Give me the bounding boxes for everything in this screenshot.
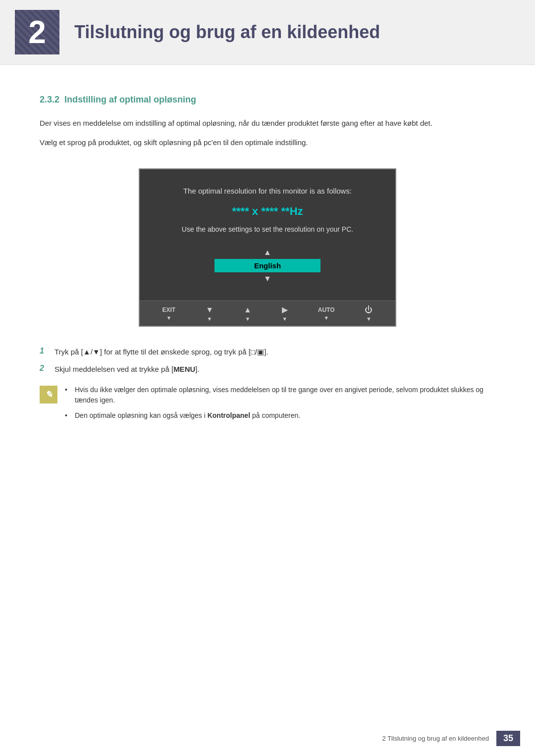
step-1-text: Tryk på [▲/▼] for at flytte til det ønsk… xyxy=(54,347,268,358)
chapter-number: 2 xyxy=(28,14,46,50)
footer-chapter-text: 2 Tilslutning og brug af en kildeenhed xyxy=(382,735,489,742)
btn-auto[interactable]: AUTO ▼ xyxy=(318,306,335,321)
pencil-icon: ✎ xyxy=(45,389,53,400)
dialog-resolution: **** x **** **Hz xyxy=(155,205,380,218)
btn-right-arrow: ▼ xyxy=(282,316,287,322)
power-icon: ⏻ xyxy=(365,305,373,314)
btn-right-icon: ▶ xyxy=(282,305,288,314)
btn-down[interactable]: ▼ ▼ xyxy=(206,305,214,322)
paragraph-1: Der vises en meddelelse om indstilling a… xyxy=(40,117,495,129)
btn-exit[interactable]: EXIT ▼ xyxy=(162,306,175,321)
btn-auto-label: AUTO xyxy=(318,306,335,313)
step-2: 2 Skjul meddelelsen ved at trykke på [ME… xyxy=(40,364,495,375)
btn-power[interactable]: ⏻ ▼ xyxy=(365,305,373,322)
step-1: 1 Tryk på [▲/▼] for at flytte til det øn… xyxy=(40,347,495,358)
note-bullets: • Hvis du ikke vælger den optimale opløs… xyxy=(65,385,495,426)
chapter-title: Tilslutning og brug af en kildeenhed xyxy=(74,22,380,43)
page-footer: 2 Tilslutning og brug af en kildeenhed 3… xyxy=(382,731,520,746)
btn-down-icon: ▼ xyxy=(206,305,214,314)
step-2-text: Skjul meddelelsen ved at trykke på [MENU… xyxy=(54,364,200,375)
dialog-text-main: The optimal resolution for this monitor … xyxy=(155,187,380,195)
language-selected-item[interactable]: English xyxy=(214,259,321,272)
steps-list: 1 Tryk på [▲/▼] for at flytte til det øn… xyxy=(40,347,495,375)
chapter-header: 2 Tilslutning og brug af en kildeenhed xyxy=(0,0,535,65)
section-title: 2.3.2 Indstilling af optimal opløsning xyxy=(40,95,495,105)
bullet-dot-1: • xyxy=(65,385,75,395)
btn-exit-label: EXIT xyxy=(162,306,175,313)
monitor-dialog: The optimal resolution for this monitor … xyxy=(139,168,396,327)
step-1-number: 1 xyxy=(40,347,54,355)
paragraph-2: Vælg et sprog på produktet, og skift opl… xyxy=(40,137,495,149)
dialog-text-sub: Use the above settings to set the resolu… xyxy=(155,225,380,233)
btn-up-arrow: ▼ xyxy=(245,316,250,322)
page-number: 35 xyxy=(496,731,520,746)
note-icon: ✎ xyxy=(40,386,57,403)
chapter-number-box: 2 xyxy=(15,10,59,54)
main-content: 2.3.2 Indstilling af optimal opløsning D… xyxy=(0,65,535,465)
btn-right[interactable]: ▶ ▼ xyxy=(282,305,288,322)
dialog-content: The optimal resolution for this monitor … xyxy=(140,169,395,301)
dialog-button-bar: EXIT ▼ ▼ ▼ ▲ ▼ ▶ ▼ AUTO ▼ ⏻ ▼ xyxy=(140,301,395,326)
note-text-2: Den optimale opløsning kan også vælges i… xyxy=(75,410,300,421)
language-selector: ▲ English ▼ xyxy=(155,248,380,283)
bullet-dot-2: • xyxy=(65,410,75,421)
btn-auto-arrow: ▼ xyxy=(323,315,329,321)
note-section: ✎ • Hvis du ikke vælger den optimale opl… xyxy=(40,385,495,426)
note-bullet-1: • Hvis du ikke vælger den optimale opløs… xyxy=(65,385,495,405)
btn-up-icon: ▲ xyxy=(244,305,252,314)
btn-power-arrow: ▼ xyxy=(366,316,372,322)
step-2-number: 2 xyxy=(40,364,54,373)
arrow-down-icon: ▼ xyxy=(264,274,271,283)
arrow-up-icon: ▲ xyxy=(264,248,271,257)
btn-down-arrow: ▼ xyxy=(207,316,213,322)
btn-exit-arrow: ▼ xyxy=(166,315,171,321)
note-text-1: Hvis du ikke vælger den optimale opløsni… xyxy=(75,385,495,405)
btn-up[interactable]: ▲ ▼ xyxy=(244,305,252,322)
note-bullet-2: • Den optimale opløsning kan også vælges… xyxy=(65,410,495,421)
